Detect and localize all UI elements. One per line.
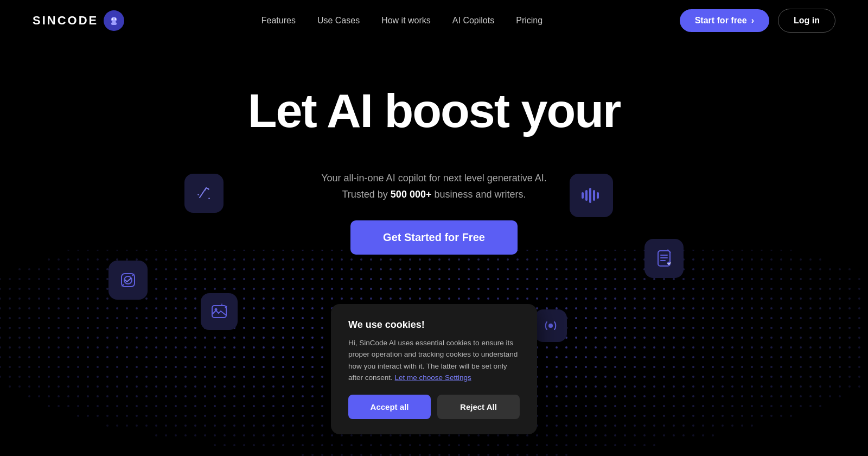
svg-point-813 (214, 337, 216, 339)
svg-point-949 (673, 346, 675, 349)
svg-point-1177 (292, 376, 294, 378)
svg-point-851 (585, 337, 587, 339)
svg-point-1255 (194, 385, 196, 388)
svg-point-1230 (809, 376, 812, 378)
svg-point-1504 (233, 415, 235, 417)
svg-point-1046 (751, 356, 753, 358)
svg-point-534 (97, 307, 99, 309)
svg-point-1253 (175, 385, 177, 388)
svg-point-204 (341, 268, 343, 270)
svg-point-1352 (302, 395, 304, 397)
svg-point-1575 (233, 425, 235, 427)
svg-point-1746 (429, 454, 431, 456)
svg-point-1380 (575, 395, 577, 397)
svg-point-406 (585, 288, 587, 290)
svg-point-589 (634, 307, 636, 309)
nav-how-it-works[interactable]: How it works (381, 16, 431, 25)
svg-point-1738 (350, 454, 353, 456)
svg-point-353 (67, 288, 69, 290)
svg-point-102 (155, 258, 157, 261)
svg-point-97 (106, 258, 108, 261)
start-for-free-button[interactable]: Start for free › (680, 9, 769, 32)
svg-point-1067 (87, 366, 89, 368)
login-button[interactable]: Log in (778, 9, 835, 33)
svg-point-715 (126, 327, 128, 329)
svg-point-1719 (526, 444, 528, 446)
svg-point-538 (136, 307, 138, 309)
svg-point-1420 (165, 405, 167, 407)
svg-point-262 (48, 278, 50, 280)
svg-point-1702 (360, 444, 362, 446)
svg-point-254 (829, 268, 831, 270)
svg-point-1436 (321, 405, 323, 407)
svg-point-1116 (565, 366, 567, 368)
svg-point-1044 (731, 356, 733, 358)
svg-point-1463 (585, 405, 587, 407)
svg-point-253 (819, 268, 821, 270)
svg-point-188 (184, 268, 187, 270)
nav-features[interactable]: Features (261, 16, 296, 25)
svg-point-1379 (565, 395, 567, 397)
svg-point-895 (145, 346, 148, 349)
svg-point-1295 (585, 385, 587, 388)
svg-point-554 (292, 307, 294, 309)
svg-point-674 (595, 317, 597, 319)
svg-point-1050 (790, 356, 792, 358)
svg-point-375 (282, 288, 284, 290)
svg-point-890 (97, 346, 99, 349)
svg-point-582 (565, 307, 567, 309)
cookie-settings-link[interactable]: Let me choose Settings (395, 373, 471, 382)
svg-point-1309 (722, 385, 724, 388)
svg-point-176 (67, 268, 69, 270)
svg-point-95 (87, 258, 89, 261)
svg-point-1039 (682, 356, 685, 358)
svg-point-1498 (175, 415, 177, 417)
svg-point-1213 (643, 376, 646, 378)
svg-point-332 (731, 278, 733, 280)
svg-point-1679 (643, 434, 646, 436)
svg-point-766 (624, 327, 626, 329)
accept-all-button[interactable]: Accept all (348, 395, 431, 419)
svg-point-279 (214, 278, 216, 280)
svg-point-1175 (272, 376, 275, 378)
svg-point-510 (731, 297, 733, 300)
svg-point-1609 (565, 425, 567, 427)
svg-point-1500 (194, 415, 196, 417)
svg-point-982 (126, 356, 128, 358)
svg-point-205 (350, 268, 353, 270)
reject-all-button[interactable]: Reject All (437, 395, 520, 419)
svg-point-222 (516, 268, 519, 270)
svg-point-1037 (663, 356, 665, 358)
svg-point-228 (575, 268, 577, 270)
svg-point-678 (634, 317, 636, 319)
svg-point-1172 (243, 376, 245, 378)
nav-pricing[interactable]: Pricing (516, 16, 542, 25)
svg-point-1427 (233, 405, 235, 407)
svg-point-1641 (272, 434, 275, 436)
svg-point-420 (722, 288, 724, 290)
svg-point-881 (9, 346, 11, 349)
svg-point-258 (9, 278, 11, 280)
svg-point-556 (311, 307, 314, 309)
svg-point-224 (536, 268, 538, 270)
nav-use-cases[interactable]: Use Cases (317, 16, 360, 25)
svg-point-107 (204, 258, 206, 261)
svg-point-1297 (604, 385, 607, 388)
svg-point-992 (224, 356, 226, 358)
svg-point-711 (87, 327, 89, 329)
nav-ai-copilots[interactable]: AI Copilots (452, 16, 494, 25)
svg-point-484 (477, 297, 480, 300)
svg-point-1662 (477, 434, 480, 436)
svg-point-1552 (702, 415, 704, 417)
svg-point-1342 (204, 395, 206, 397)
svg-point-942 (604, 346, 607, 349)
svg-point-367 (204, 288, 206, 290)
svg-point-1057 (858, 356, 860, 358)
get-started-button[interactable]: Get Started for Free (350, 220, 518, 255)
svg-point-783 (790, 327, 792, 329)
svg-point-206 (360, 268, 362, 270)
svg-point-911 (302, 346, 304, 349)
svg-point-704 (18, 327, 21, 329)
svg-point-186 (165, 268, 167, 270)
svg-point-1621 (682, 425, 685, 427)
